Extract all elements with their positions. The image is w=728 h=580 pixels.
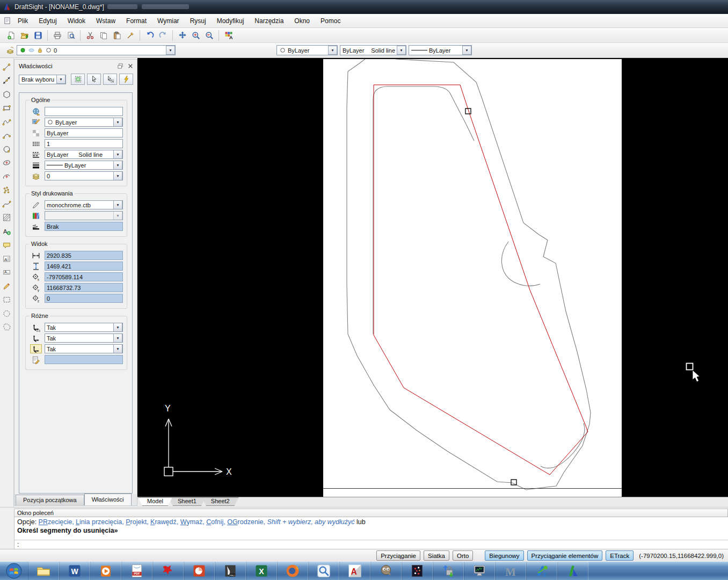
inner-corner-outline[interactable] — [541, 423, 585, 468]
zoom-previous-button[interactable] — [202, 29, 216, 42]
command-option-projekt[interactable]: Projekt — [126, 518, 147, 526]
command-input[interactable]: : — [14, 540, 728, 549]
ellipse-tool-button[interactable] — [1, 158, 12, 168]
menu-plik[interactable]: Plik — [12, 15, 33, 27]
taskbar-draftsight-icon[interactable] — [557, 562, 588, 580]
spline-tool-button[interactable] — [1, 199, 12, 208]
dropdown-arrow-icon[interactable]: ▼ — [113, 344, 122, 353]
command-option-linia-przeci-cia[interactable]: Linia przecięcia — [76, 518, 122, 526]
lineweight-field[interactable]: ByLayer▼ — [45, 161, 123, 170]
select-multiple-button[interactable] — [103, 74, 117, 85]
menu-pomoc[interactable]: Pomoc — [315, 15, 346, 27]
quick-apply-button[interactable] — [119, 74, 133, 85]
float-panel-button[interactable] — [116, 62, 125, 70]
dropdown-arrow-icon[interactable]: ▼ — [462, 46, 471, 55]
menu-okno[interactable]: Okno — [289, 15, 315, 27]
pan-button[interactable] — [176, 29, 189, 42]
linestyle-select[interactable]: ByLayer Solid line ▼ — [340, 45, 406, 55]
sheet-tab-sheet1[interactable]: Sheet1 — [169, 497, 206, 506]
color-select[interactable]: ByLayer ▼ — [276, 45, 338, 55]
dropdown-arrow-icon[interactable]: ▼ — [56, 75, 65, 84]
command-window-title[interactable]: Okno poleceń — [14, 509, 728, 517]
dropdown-arrow-icon[interactable]: ▼ — [113, 323, 122, 332]
hatch-tool-button[interactable] — [1, 213, 12, 222]
command-option-kraw-d[interactable]: Krawędź — [150, 518, 177, 526]
taskbar-excel-icon[interactable]: X — [246, 562, 277, 580]
arc-tool-button[interactable] — [1, 131, 12, 140]
rectangle-tool-button[interactable] — [1, 104, 12, 113]
entity-properties-button[interactable] — [123, 29, 137, 42]
sheet-tab-sheet2[interactable]: Sheet2 — [202, 497, 239, 506]
circle-tool-button[interactable] — [1, 144, 12, 154]
point-tool-button[interactable] — [1, 186, 12, 195]
sketch-tool-button[interactable] — [1, 281, 12, 291]
copy-button[interactable] — [97, 29, 110, 42]
command-option-wyma[interactable]: Wymaż — [180, 518, 203, 526]
dropdown-arrow-icon[interactable]: ▼ — [113, 118, 122, 127]
outer-parcel-outline[interactable] — [347, 59, 591, 490]
dropdown-arrow-icon[interactable]: ▼ — [166, 46, 175, 55]
taskbar-autocad-icon[interactable]: A — [339, 562, 370, 580]
select-circle-tool-button[interactable] — [1, 309, 12, 318]
ucs-origin-field[interactable]: Tak▼ — [45, 323, 123, 332]
taskbar-m-app-icon[interactable]: M — [495, 562, 526, 580]
colortable-field[interactable]: ▼ — [45, 211, 123, 220]
layer-field[interactable]: 0▼ — [45, 171, 123, 180]
layer-format-button[interactable]: A — [222, 29, 235, 42]
taskbar-dots-app-icon[interactable] — [402, 562, 433, 580]
menu-format[interactable]: Format — [121, 15, 152, 27]
redo-button[interactable] — [156, 29, 170, 42]
status-toggle-orto[interactable]: Orto — [453, 550, 473, 561]
taskbar-start-button[interactable] — [0, 562, 28, 580]
elliptical-arc-tool-button[interactable] — [1, 172, 12, 181]
dropdown-arrow-icon[interactable]: ▼ — [113, 171, 122, 180]
open-button[interactable] — [18, 29, 31, 42]
inner-parcel-outline[interactable] — [373, 86, 474, 334]
ucs-view-field[interactable]: Tak▼ — [45, 344, 123, 353]
linestyle-field[interactable]: ByLayerSolid line▼ — [45, 150, 123, 159]
layers-manager-button[interactable] — [3, 44, 17, 57]
lineweight-select[interactable]: ByLayer ▼ — [409, 45, 472, 55]
taskbar-gimp-icon[interactable] — [370, 562, 402, 580]
paste-button[interactable] — [110, 29, 123, 42]
select-rectangle-tool-button[interactable] — [1, 295, 12, 305]
line-tool-button[interactable] — [1, 62, 12, 71]
grip-points[interactable] — [465, 108, 516, 485]
status-toggle-siatka[interactable]: Siatka — [424, 550, 449, 561]
dropdown-arrow-icon[interactable]: ▼ — [113, 150, 122, 159]
undo-button[interactable] — [143, 29, 156, 42]
command-option-ogrodzenie[interactable]: OGrodzenie — [227, 518, 263, 526]
drawing-area[interactable]: Y X — [137, 58, 728, 497]
select-cursor-button[interactable] — [87, 74, 101, 85]
taskbar-powerpoint-icon[interactable] — [184, 562, 215, 580]
dropdown-arrow-icon[interactable]: ▼ — [113, 161, 122, 170]
status-toggle-biegunowy[interactable]: Biegunowy — [485, 550, 523, 561]
taskbar-pdf-icon[interactable]: PDF — [121, 562, 152, 580]
sheet-tab-model[interactable]: Model — [138, 497, 172, 506]
selection-filter-select[interactable]: Brak wyboru ▼ — [19, 75, 66, 84]
taskbar-pro-app-icon[interactable]: PRO — [215, 562, 246, 580]
close-panel-button[interactable] — [126, 62, 135, 70]
cut-button[interactable] — [83, 29, 97, 42]
layer-select[interactable]: 0 ▼ — [17, 45, 176, 55]
color-field[interactable]: ByLayer▼ — [45, 118, 123, 127]
annotation-add-tool-button[interactable]: A — [1, 227, 12, 236]
transparency-field[interactable]: ByLayer — [45, 128, 123, 137]
dropdown-arrow-icon[interactable]: ▼ — [328, 46, 337, 55]
save-button[interactable] — [31, 29, 45, 42]
dropdown-arrow-icon[interactable]: ▼ — [397, 46, 406, 55]
menu-wstaw[interactable]: Wstaw — [91, 15, 121, 27]
taskbar-firefox-icon[interactable] — [277, 562, 308, 580]
status-toggle-przyci-ganie-element-w[interactable]: Przyciąganie elementów — [527, 550, 603, 561]
drawing-canvas[interactable] — [323, 59, 622, 497]
new-button[interactable] — [4, 29, 18, 42]
taskbar-red-tool-icon[interactable] — [152, 562, 184, 580]
panel-tab-pozycja-pocz-tkowa[interactable]: Pozycja początkowa — [16, 495, 84, 505]
print-button[interactable] — [50, 29, 64, 42]
selected-polyline[interactable] — [374, 85, 588, 475]
select-marquee-button[interactable] — [71, 74, 85, 85]
zoom-dynamic-button[interactable] — [189, 29, 202, 42]
print-preview-button[interactable] — [64, 29, 77, 42]
menu-modyfikuj[interactable]: Modyfikuj — [212, 15, 250, 27]
taskbar-lock-app-icon[interactable] — [433, 562, 464, 580]
